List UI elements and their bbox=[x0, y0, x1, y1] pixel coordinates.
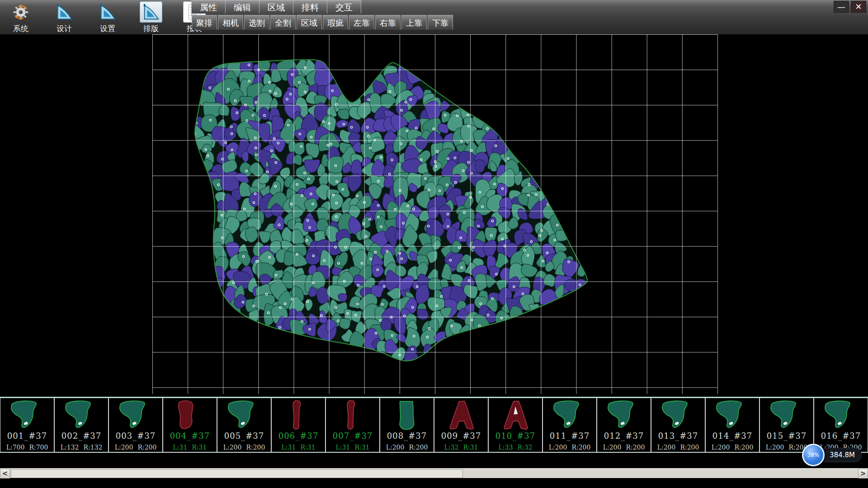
piece-thumbnail[interactable]: 005_#37L:200R:200 bbox=[217, 398, 271, 452]
toolbar: 系统设计设置排版报表 属性编辑区域排料交互 聚排相机选割全割区域瑕疵左靠右靠上靠… bbox=[0, 0, 868, 35]
menu-interaction[interactable]: 交互 bbox=[327, 0, 361, 14]
scroll-thumb[interactable] bbox=[11, 469, 463, 478]
menu-nesting[interactable]: 排料 bbox=[293, 0, 327, 14]
piece-id: 010_#37 bbox=[495, 432, 535, 441]
tool-cluster-nest[interactable]: 聚排 bbox=[192, 15, 217, 30]
piece-shape bbox=[165, 399, 215, 432]
piece-lr-counts: L:200R:200 bbox=[601, 443, 647, 451]
tool-select-cut[interactable]: 选割 bbox=[244, 15, 269, 30]
minimize-button[interactable]: — bbox=[834, 1, 849, 13]
menu-row: 属性编辑区域排料交互 bbox=[192, 0, 361, 14]
piece-shape bbox=[490, 399, 541, 432]
tool-cut-all[interactable]: 全割 bbox=[270, 15, 296, 30]
piece-thumbnail[interactable]: 008_#37L:200R:200 bbox=[380, 398, 434, 452]
progress-value: 38% bbox=[807, 452, 820, 458]
app-layout[interactable]: 排版 bbox=[133, 0, 169, 34]
piece-shape bbox=[761, 399, 812, 432]
piece-thumbnail[interactable]: 011_#37L:200R:200 bbox=[542, 398, 597, 452]
piece-id: 004_#37 bbox=[170, 432, 210, 441]
tool-align-right[interactable]: 右靠 bbox=[375, 15, 401, 30]
app-label: 设计 bbox=[57, 23, 72, 34]
piece-lr-counts: L:200R:200 bbox=[221, 443, 268, 451]
piece-shape bbox=[436, 399, 486, 432]
piece-id: 008_#37 bbox=[387, 432, 427, 441]
close-button[interactable]: ✕ bbox=[851, 1, 866, 13]
window-controls: — ✕ bbox=[834, 1, 866, 13]
piece-thumbnail[interactable]: 012_#37L:200R:200 bbox=[597, 398, 651, 452]
piece-id: 003_#37 bbox=[116, 432, 156, 441]
app-settings[interactable]: 设置 bbox=[90, 0, 126, 34]
piece-thumbnail[interactable]: 001_#37L:700R:700 bbox=[0, 398, 54, 452]
piece-shape bbox=[653, 399, 703, 432]
piece-lr-counts: L:200R:200 bbox=[709, 443, 756, 451]
piece-thumbnail[interactable]: 014_#37L:200R:200 bbox=[705, 398, 760, 452]
piece-thumbnail[interactable]: 003_#37L:200R:200 bbox=[108, 398, 163, 452]
piece-shape bbox=[327, 399, 378, 432]
tool-align-top[interactable]: 上靠 bbox=[401, 15, 427, 30]
piece-id: 007_#37 bbox=[333, 432, 373, 441]
piece-shape bbox=[2, 399, 52, 432]
menu-properties[interactable]: 属性 bbox=[191, 0, 226, 14]
piece-shape bbox=[382, 399, 432, 432]
scroll-right-arrow[interactable]: > bbox=[858, 469, 868, 479]
piece-shape bbox=[544, 399, 595, 432]
piece-id: 015_#37 bbox=[767, 432, 807, 441]
piece-lr-counts: L:700R:700 bbox=[4, 443, 51, 451]
app-mode-bar: 系统设计设置排版报表 bbox=[3, 0, 212, 34]
piece-thumbnail[interactable]: 006_#37L:31R:31 bbox=[271, 398, 326, 452]
piece-id: 002_#37 bbox=[61, 432, 101, 441]
app-label: 排版 bbox=[143, 23, 159, 34]
piece-thumbnail[interactable]: 002_#37L:132R:132 bbox=[54, 398, 108, 452]
piece-lr-counts: L:33R:32 bbox=[496, 443, 535, 451]
app-label: 设置 bbox=[100, 23, 115, 34]
menu-region[interactable]: 区域 bbox=[259, 0, 293, 14]
horizontal-scrollbar[interactable]: < > bbox=[0, 468, 868, 478]
piece-lr-counts: L:200R:200 bbox=[113, 443, 159, 451]
piece-lr-counts: L:132R:132 bbox=[58, 443, 105, 451]
piece-shape bbox=[599, 399, 649, 432]
piece-lr-counts: L:31R:31 bbox=[171, 443, 209, 451]
piece-id: 001_#37 bbox=[7, 432, 47, 441]
piece-lr-counts: L:200R:200 bbox=[547, 443, 593, 451]
piece-lr-counts: L:200R:200 bbox=[655, 443, 702, 451]
piece-shape bbox=[816, 399, 866, 432]
piece-id: 014_#37 bbox=[712, 432, 752, 441]
tool-align-bottom[interactable]: 下靠 bbox=[428, 15, 453, 30]
app-system[interactable]: 系统 bbox=[3, 0, 39, 34]
settings-icon bbox=[97, 1, 118, 23]
pieces-strip: 001_#37L:700R:700002_#37L:132R:132003_#3… bbox=[0, 397, 868, 453]
tool-region[interactable]: 区域 bbox=[297, 15, 322, 30]
piece-shape bbox=[56, 399, 107, 432]
scroll-left-arrow[interactable]: < bbox=[0, 469, 10, 479]
menu-edit[interactable]: 编辑 bbox=[225, 0, 259, 14]
app-label: 系统 bbox=[13, 23, 28, 34]
piece-thumbnail[interactable]: 013_#37L:200R:200 bbox=[651, 398, 705, 452]
progress-indicator: 38% bbox=[802, 444, 825, 466]
app-design[interactable]: 设计 bbox=[46, 0, 82, 34]
piece-thumbnail[interactable]: 010_#37L:33R:32 bbox=[488, 398, 542, 452]
memory-usage: 384.8M bbox=[819, 448, 862, 462]
piece-id: 005_#37 bbox=[224, 432, 264, 441]
nesting-canvas[interactable] bbox=[0, 34, 868, 397]
piece-lr-counts: L:200R:200 bbox=[384, 443, 430, 451]
piece-id: 006_#37 bbox=[278, 432, 318, 441]
piece-thumbnail[interactable]: 004_#37L:31R:31 bbox=[163, 398, 217, 452]
piece-shape bbox=[110, 399, 161, 432]
piece-thumbnail[interactable]: 007_#37L:31R:31 bbox=[326, 398, 380, 452]
piece-shape bbox=[273, 399, 324, 432]
tool-camera[interactable]: 相机 bbox=[218, 15, 243, 30]
piece-id: 012_#37 bbox=[604, 432, 644, 441]
piece-lr-counts: L:32R:31 bbox=[442, 443, 481, 451]
design-icon bbox=[53, 1, 75, 23]
piece-thumbnail[interactable]: 009_#37L:32R:31 bbox=[434, 398, 488, 452]
piece-id: 011_#37 bbox=[550, 432, 590, 441]
gear-icon bbox=[10, 1, 32, 23]
tool-align-left[interactable]: 左靠 bbox=[349, 15, 374, 30]
piece-lr-counts: L:31R:31 bbox=[334, 443, 372, 451]
piece-id: 009_#37 bbox=[441, 432, 481, 441]
piece-lr-counts: L:31R:31 bbox=[279, 443, 318, 451]
piece-shape bbox=[707, 399, 758, 432]
piece-id: 013_#37 bbox=[658, 432, 698, 441]
piece-id: 016_#37 bbox=[821, 432, 861, 441]
tool-defect[interactable]: 瑕疵 bbox=[323, 15, 348, 30]
